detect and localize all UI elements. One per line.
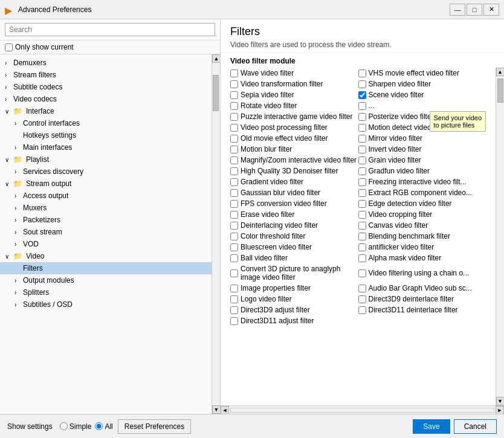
- filter-checkbox-sharpen[interactable]: [358, 80, 366, 88]
- radio-group: Simple All: [60, 422, 113, 431]
- sidebar-item-main-interfaces[interactable]: ›Main interfaces: [0, 141, 212, 153]
- filter-checkbox-puzzle[interactable]: [230, 113, 238, 121]
- filter-checkbox-grain[interactable]: [358, 156, 366, 164]
- sidebar-scroll-thumb[interactable]: [213, 75, 219, 111]
- sidebar-item-label: Stream filters: [13, 71, 56, 79]
- filters-grid: Wave video filter VHS movie effect video…: [230, 68, 486, 326]
- sidebar-item-hotkeys-settings[interactable]: Hotkeys settings: [0, 129, 212, 141]
- filter-checkbox-hq3d[interactable]: [230, 167, 238, 175]
- sidebar-item-subtitle-codecs[interactable]: ›Subtitle codecs: [0, 81, 212, 93]
- filter-checkbox-freezing[interactable]: [358, 178, 366, 186]
- filter-checkbox-direct3d11d[interactable]: [358, 306, 366, 314]
- filter-checkbox-bluescreen[interactable]: [230, 243, 238, 251]
- radio-simple-input[interactable]: [60, 422, 68, 430]
- filter-checkbox-vhs[interactable]: [358, 69, 366, 77]
- maximize-button[interactable]: □: [467, 4, 482, 16]
- filter-checkbox-magnify[interactable]: [230, 156, 238, 164]
- vscroll-up[interactable]: ▲: [496, 68, 505, 76]
- filter-label-direct3d9d: Direct3D9 deinterlace filter: [369, 295, 454, 303]
- sidebar-item-access-output[interactable]: ›Access output: [0, 190, 212, 202]
- hscroll-left[interactable]: ◄: [221, 406, 229, 414]
- sidebar-item-stream-filters[interactable]: ›Stream filters: [0, 69, 212, 81]
- filter-checkbox-scene[interactable]: [358, 91, 366, 99]
- filter-checkbox-fps[interactable]: [230, 200, 238, 208]
- sidebar-item-output-modules[interactable]: ›Output modules: [0, 274, 212, 286]
- filter-checkbox-direct3d9[interactable]: [230, 306, 238, 314]
- filter-item-direct3d11: Direct3D11 adjust filter: [230, 315, 358, 326]
- vscroll-thumb[interactable]: [497, 79, 503, 103]
- filter-checkbox-audiobargraph[interactable]: [358, 285, 366, 292]
- filter-checkbox-oldmovie[interactable]: [230, 135, 238, 143]
- sidebar-scroll-up[interactable]: ▲: [212, 54, 220, 63]
- filter-checkbox-ball[interactable]: [230, 254, 238, 262]
- filter-checkbox-videochain[interactable]: [358, 269, 366, 277]
- filter-checkbox-edgedetect[interactable]: [358, 200, 366, 208]
- filter-checkbox-blending[interactable]: [358, 233, 366, 240]
- sidebar-item-packetizers[interactable]: ›Packetizers: [0, 214, 212, 226]
- filter-checkbox-canvas[interactable]: [358, 222, 366, 230]
- filter-item-convert3d: Convert 3D picture to anaglyph image vid…: [230, 263, 358, 283]
- sidebar-item-video-codecs[interactable]: ›Video codecs: [0, 93, 212, 105]
- sidebar-item-muxers[interactable]: ›Muxers: [0, 202, 212, 214]
- sidebar-item-demuxers[interactable]: ›Demuxers: [0, 57, 212, 69]
- filter-checkbox-direct3d9d[interactable]: [358, 295, 366, 303]
- filter-checkbox-gaussian[interactable]: [230, 189, 238, 197]
- filter-checkbox-deinterlacing[interactable]: [230, 222, 238, 230]
- filter-checkbox-antiflicker[interactable]: [358, 243, 366, 251]
- vscroll-track: [497, 76, 504, 397]
- sidebar-scroll-down[interactable]: ▼: [212, 405, 220, 414]
- filter-checkbox-gradfun[interactable]: [358, 167, 366, 175]
- sidebar-item-filters[interactable]: Filters: [0, 262, 212, 274]
- sidebar-item-subtitles-osd[interactable]: ›Subtitles / OSD: [0, 298, 212, 311]
- sidebar-item-sout-stream[interactable]: ›Sout stream: [0, 226, 212, 238]
- sidebar-item-services-discovery[interactable]: ›Services discovery: [0, 166, 212, 178]
- filter-checkbox-direct3d11[interactable]: [230, 317, 238, 325]
- cancel-button[interactable]: Cancel: [454, 419, 497, 434]
- sidebar-item-interface[interactable]: ∨📁Interface: [0, 105, 212, 117]
- filter-checkbox-crop[interactable]: [358, 102, 366, 110]
- sidebar-item-splitters[interactable]: ›Splitters: [0, 286, 212, 298]
- sidebar-item-label: Services discovery: [23, 167, 83, 176]
- filter-checkbox-postprocess[interactable]: [230, 124, 238, 132]
- filter-checkbox-motiondetect[interactable]: [358, 124, 366, 132]
- filter-item-direct3d11d: Direct3D11 deinterlace filter: [358, 304, 486, 315]
- filter-checkbox-colorthreshold[interactable]: [230, 233, 238, 240]
- filter-checkbox-rotate[interactable]: [230, 102, 238, 110]
- vscroll-down[interactable]: ▼: [496, 397, 505, 405]
- filter-checkbox-posterize[interactable]: [358, 113, 366, 121]
- sidebar-item-playlist[interactable]: ∨📁Playlist: [0, 153, 212, 166]
- filter-label-oldmovie: Old movie effect video filter: [241, 134, 328, 143]
- save-button[interactable]: Save: [413, 419, 450, 434]
- sidebar-item-vod[interactable]: ›VOD: [0, 238, 212, 250]
- filter-checkbox-wave[interactable]: [230, 69, 238, 77]
- filter-checkbox-gradient[interactable]: [230, 178, 238, 186]
- filter-checkbox-extractrgb[interactable]: [358, 189, 366, 197]
- minimize-button[interactable]: —: [450, 4, 465, 16]
- filter-checkbox-logo[interactable]: [230, 295, 238, 303]
- sidebar-item-video[interactable]: ∨📁Video: [0, 250, 212, 262]
- filter-checkbox-sepia[interactable]: [230, 91, 238, 99]
- sidebar-item-label: Sout stream: [23, 228, 62, 236]
- only-current-checkbox[interactable]: [5, 43, 13, 51]
- filter-checkbox-alphamask[interactable]: [358, 254, 366, 262]
- filter-checkbox-convert3d[interactable]: [230, 269, 238, 277]
- search-input[interactable]: [5, 23, 215, 36]
- reset-preferences-button[interactable]: Reset Preferences: [118, 419, 191, 434]
- filter-checkbox-mirror[interactable]: [358, 135, 366, 143]
- filter-checkbox-videocrop[interactable]: [358, 211, 366, 219]
- sidebar-item-control-interfaces[interactable]: ›Control interfaces: [0, 117, 212, 129]
- filter-checkbox-transform[interactable]: [230, 80, 238, 88]
- filter-checkbox-imageprops[interactable]: [230, 285, 238, 292]
- radio-all-input[interactable]: [95, 422, 103, 430]
- filter-item-rotate: Rotate video filter: [230, 100, 358, 111]
- filter-item-magnify: Magnify/Zoom interactive video filter: [230, 155, 358, 166]
- arrow-icon: ∨: [5, 253, 11, 260]
- filter-checkbox-invert[interactable]: [358, 146, 366, 153]
- hscroll-right[interactable]: ►: [496, 406, 504, 414]
- panel-title: Filters: [230, 25, 494, 38]
- filter-checkbox-motionblur[interactable]: [230, 146, 238, 153]
- filter-item-logo: Logo video filter: [230, 294, 358, 304]
- filter-checkbox-erase[interactable]: [230, 211, 238, 219]
- sidebar-item-stream-output[interactable]: ∨📁Stream output: [0, 178, 212, 190]
- close-button[interactable]: ✕: [483, 4, 499, 16]
